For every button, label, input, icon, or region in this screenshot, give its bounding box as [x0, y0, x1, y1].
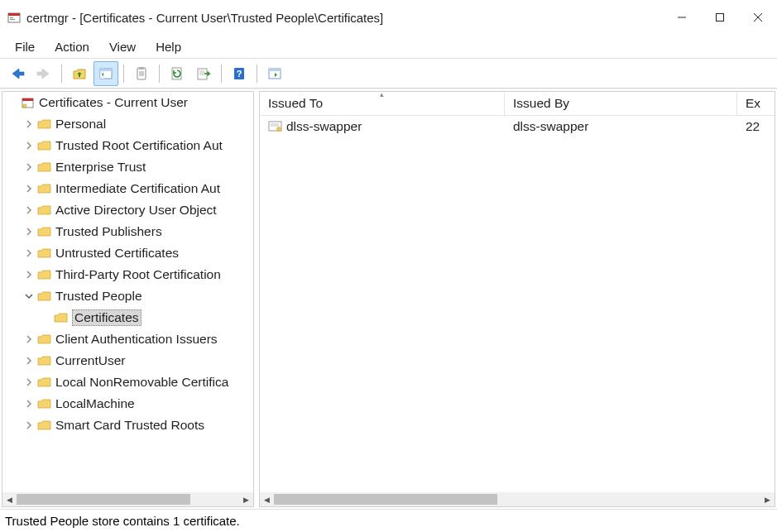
menu-action[interactable]: Action — [45, 36, 99, 57]
expand-toggle[interactable] — [22, 247, 36, 260]
expand-toggle[interactable] — [22, 354, 36, 367]
content-area: Certificates - Current User PersonalTrus… — [0, 89, 777, 509]
tree-item[interactable]: Trusted Publishers — [2, 221, 253, 242]
certificate-icon — [268, 121, 283, 132]
column-issued-by[interactable]: Issued By — [505, 92, 737, 115]
maximize-button[interactable] — [701, 0, 739, 35]
list-horizontal-scrollbar[interactable]: ◀ ▶ — [260, 492, 775, 506]
expand-toggle[interactable] — [22, 161, 36, 174]
close-button[interactable] — [739, 0, 777, 35]
scroll-thumb[interactable] — [274, 494, 497, 505]
list-body[interactable]: dlss-swapper dlss-swapper 22 — [260, 116, 775, 492]
svg-point-27 — [23, 104, 26, 108]
expand-toggle[interactable] — [22, 182, 36, 195]
cell-issued-by: dlss-swapper — [513, 119, 588, 134]
tree-item[interactable]: Intermediate Certification Aut — [2, 178, 253, 199]
export-list-button[interactable] — [191, 61, 216, 86]
status-text: Trusted People store contains 1 certific… — [5, 514, 240, 528]
expand-toggle[interactable] — [22, 139, 36, 152]
tree-item-label: Trusted Root Certification Aut — [55, 138, 223, 153]
toolbar-separator — [257, 65, 257, 83]
properties-button[interactable] — [129, 61, 154, 86]
expand-toggle[interactable] — [22, 225, 36, 238]
tree-body[interactable]: Certificates - Current User PersonalTrus… — [2, 92, 253, 492]
certificate-store-icon — [21, 97, 36, 108]
show-hide-tree-button[interactable] — [94, 61, 118, 86]
cell-issued-to: dlss-swapper — [286, 119, 362, 134]
list-header: ▴ Issued To Issued By Ex — [260, 92, 775, 116]
view-options-button[interactable] — [262, 61, 287, 86]
minimize-button[interactable] — [663, 0, 701, 35]
column-label: Ex — [746, 96, 760, 111]
list-row[interactable]: dlss-swapper dlss-swapper 22 — [260, 116, 775, 137]
back-button[interactable] — [5, 61, 30, 86]
folder-icon — [37, 419, 52, 431]
scroll-track[interactable] — [17, 492, 239, 506]
tree-item-label: Local NonRemovable Certifica — [55, 375, 228, 390]
svg-rect-5 — [717, 14, 724, 22]
menubar: File Action View Help — [0, 35, 777, 59]
toolbar-separator — [61, 65, 62, 83]
tree-horizontal-scrollbar[interactable]: ◀ ▶ — [2, 492, 253, 506]
scroll-right-button[interactable]: ▶ — [239, 492, 253, 506]
tree-item[interactable]: Certificates — [2, 307, 253, 328]
tree-item[interactable]: Trusted People — [2, 285, 253, 307]
toolbar-separator — [221, 65, 222, 83]
tree-item-label: Personal — [55, 117, 106, 132]
folder-icon — [37, 118, 52, 130]
up-button[interactable] — [67, 61, 92, 86]
scroll-left-button[interactable]: ◀ — [2, 492, 17, 506]
tree-item[interactable]: Untrusted Certificates — [2, 242, 253, 264]
tree-item-label: Untrusted Certificates — [55, 246, 179, 261]
folder-icon — [37, 226, 52, 237]
tree-item-label: Smart Card Trusted Roots — [55, 418, 204, 433]
statusbar: Trusted People store contains 1 certific… — [0, 509, 777, 532]
tree-item[interactable]: CurrentUser — [2, 350, 253, 371]
tree-item-label: Client Authentication Issuers — [55, 332, 218, 347]
folder-icon — [37, 183, 52, 194]
svg-rect-1 — [8, 13, 20, 16]
tree-item[interactable]: LocalMachine — [2, 393, 253, 415]
expand-toggle[interactable] — [22, 333, 36, 346]
refresh-button[interactable] — [165, 61, 189, 86]
expand-toggle[interactable] — [22, 117, 36, 131]
collapse-toggle[interactable] — [22, 290, 36, 303]
column-issued-to[interactable]: ▴ Issued To — [260, 92, 505, 115]
svg-rect-3 — [10, 19, 15, 20]
tree-item[interactable]: Smart Card Trusted Roots — [2, 415, 253, 436]
svg-rect-9 — [100, 69, 112, 71]
tree-root-label: Certificates - Current User — [39, 95, 188, 110]
menu-file[interactable]: File — [5, 36, 45, 57]
tree-item[interactable]: Active Directory User Object — [2, 199, 253, 221]
svg-point-31 — [277, 127, 281, 132]
expand-toggle[interactable] — [6, 96, 19, 109]
column-expiration[interactable]: Ex — [737, 92, 775, 115]
folder-icon — [37, 247, 52, 259]
svg-text:?: ? — [237, 69, 242, 79]
tree-item[interactable]: Trusted Root Certification Aut — [2, 135, 253, 156]
tree-item[interactable]: Third-Party Root Certification — [2, 264, 253, 285]
menu-view[interactable]: View — [99, 36, 146, 57]
expand-toggle[interactable] — [22, 376, 36, 389]
svg-rect-24 — [269, 69, 281, 71]
scroll-right-button[interactable]: ▶ — [760, 492, 775, 506]
tree-item[interactable]: Enterprise Trust — [2, 156, 253, 178]
expand-toggle[interactable] — [22, 204, 36, 217]
tree-item[interactable]: Client Authentication Issuers — [2, 328, 253, 350]
forward-button[interactable] — [31, 61, 56, 86]
titlebar: certmgr - [Certificates - Current User\T… — [0, 0, 777, 35]
tree-item[interactable]: Local NonRemovable Certifica — [2, 371, 253, 393]
expand-toggle[interactable] — [22, 268, 36, 281]
svg-rect-12 — [139, 67, 144, 69]
folder-icon — [37, 398, 52, 410]
folder-icon — [37, 355, 52, 367]
expand-toggle[interactable] — [22, 397, 36, 410]
scroll-left-button[interactable]: ◀ — [260, 492, 274, 506]
tree-item[interactable]: Personal — [2, 113, 253, 135]
help-button[interactable]: ? — [227, 61, 252, 86]
tree-root[interactable]: Certificates - Current User — [2, 92, 253, 113]
menu-help[interactable]: Help — [146, 36, 191, 57]
scroll-thumb[interactable] — [17, 494, 190, 505]
expand-toggle[interactable] — [22, 419, 36, 432]
scroll-track[interactable] — [274, 492, 760, 506]
